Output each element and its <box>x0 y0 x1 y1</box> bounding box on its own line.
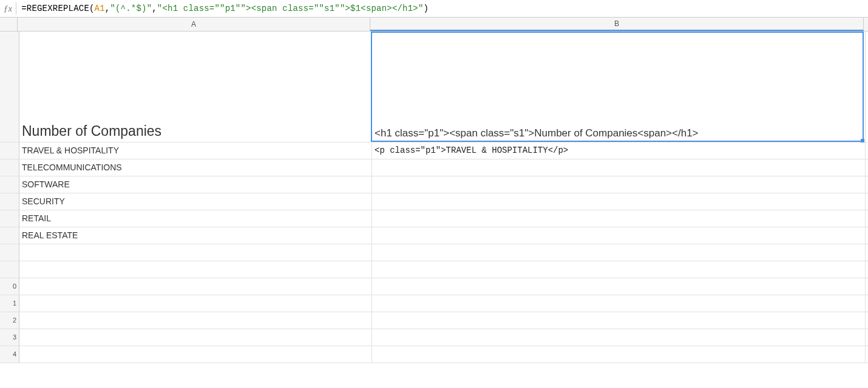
cell-b13[interactable] <box>372 329 866 346</box>
row-number[interactable] <box>0 244 19 261</box>
cell-a7[interactable]: REAL ESTATE <box>19 227 372 244</box>
row-number[interactable]: 0 <box>0 278 19 295</box>
cell-b8[interactable] <box>372 244 866 261</box>
row-number[interactable]: 2 <box>0 312 19 329</box>
row-number[interactable] <box>0 261 19 278</box>
cell-value: <h1 class="p1"><span class="s1">Number o… <box>375 127 699 139</box>
cell-b10[interactable] <box>372 278 866 295</box>
spreadsheet-grid[interactable]: A B Number of Companies <h1 class="p1"><… <box>0 18 868 363</box>
cell-b14[interactable] <box>372 346 866 363</box>
cell-a11[interactable] <box>19 295 372 312</box>
cell-a13[interactable] <box>19 329 372 346</box>
row-3: TELECOMMUNICATIONS <box>0 159 868 176</box>
row-14: 4 <box>0 346 868 363</box>
row-5: SECURITY <box>0 193 868 210</box>
row-number[interactable] <box>0 210 19 227</box>
row-6: RETAIL <box>0 210 868 227</box>
cell-a4[interactable]: SOFTWARE <box>19 176 372 193</box>
cell-b11[interactable] <box>372 295 866 312</box>
row-1: Number of Companies <h1 class="p1"><span… <box>0 32 868 142</box>
row-7: REAL ESTATE <box>0 227 868 244</box>
cell-b12[interactable] <box>372 312 866 329</box>
formula-bar[interactable]: ƒx =REGEXREPLACE(A1,"(^.*$)","<h1 class=… <box>0 0 868 18</box>
cell-a14[interactable] <box>19 346 372 363</box>
cell-a10[interactable] <box>19 278 372 295</box>
cell-a5[interactable]: SECURITY <box>19 193 372 210</box>
cell-b1[interactable]: <h1 class="p1"><span class="s1">Number o… <box>372 32 866 142</box>
formula-ref: A1 <box>95 4 105 13</box>
fx-icon: ƒx <box>4 4 16 14</box>
column-header-b[interactable]: B <box>370 18 864 31</box>
cell-b5[interactable] <box>372 193 866 210</box>
cell-a8[interactable] <box>19 244 372 261</box>
row-number[interactable]: 3 <box>0 329 19 346</box>
formula-close: ) <box>424 4 429 13</box>
row-13: 3 <box>0 329 868 346</box>
formula-divider <box>16 2 16 15</box>
formula-open: ( <box>89 4 95 13</box>
row-number[interactable] <box>0 32 19 142</box>
row-number[interactable]: 4 <box>0 346 19 363</box>
select-all-corner[interactable] <box>0 18 18 31</box>
cell-b6[interactable] <box>372 210 866 227</box>
cell-b7[interactable] <box>372 227 866 244</box>
formula-func: REGEXREPLACE <box>27 4 89 13</box>
cell-b9[interactable] <box>372 261 866 278</box>
row-11: 1 <box>0 295 868 312</box>
row-number[interactable] <box>0 193 19 210</box>
row-2: TRAVEL & HOSPITALITY <p class="p1">TRAVE… <box>0 142 868 159</box>
cell-b2[interactable]: <p class="p1">TRAVEL & HOSPITALITY</p> <box>372 142 866 159</box>
row-number[interactable] <box>0 227 19 244</box>
cell-a6[interactable]: RETAIL <box>19 210 372 227</box>
formula-arg2: "(^.*$)" <box>110 4 152 13</box>
row-10: 0 <box>0 278 868 295</box>
row-8 <box>0 244 868 261</box>
row-number[interactable]: 1 <box>0 295 19 312</box>
column-headers: A B <box>0 18 868 32</box>
formula-content[interactable]: =REGEXREPLACE(A1,"(^.*$)","<h1 class=""p… <box>21 4 429 13</box>
cell-a3[interactable]: TELECOMMUNICATIONS <box>19 159 372 176</box>
cell-b3[interactable] <box>372 159 866 176</box>
formula-eq: = <box>21 4 27 13</box>
row-number[interactable] <box>0 159 19 176</box>
row-4: SOFTWARE <box>0 176 868 193</box>
formula-arg3: "<h1 class=""p1""><span class=""s1"">$1<… <box>157 4 424 13</box>
row-9 <box>0 261 868 278</box>
row-number[interactable] <box>0 142 19 159</box>
row-number[interactable] <box>0 176 19 193</box>
cell-b4[interactable] <box>372 176 866 193</box>
cell-a1[interactable]: Number of Companies <box>19 32 372 142</box>
cell-a2[interactable]: TRAVEL & HOSPITALITY <box>19 142 372 159</box>
rows-container: Number of Companies <h1 class="p1"><span… <box>0 32 868 363</box>
formula-comma2: , <box>152 4 157 13</box>
row-12: 2 <box>0 312 868 329</box>
cell-value: Number of Companies <box>22 123 161 139</box>
cell-a12[interactable] <box>19 312 372 329</box>
cell-a9[interactable] <box>19 261 372 278</box>
column-header-a[interactable]: A <box>18 18 370 31</box>
